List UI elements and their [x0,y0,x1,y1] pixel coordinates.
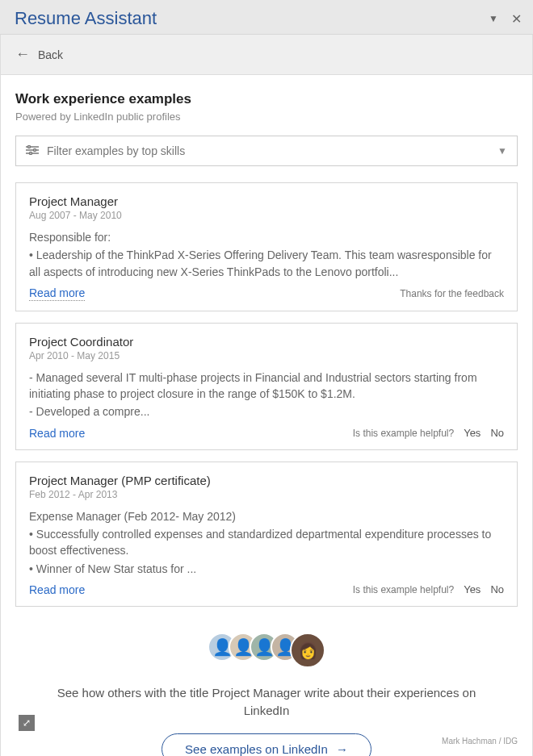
promo-text: See how others with the title Project Ma… [48,684,485,720]
feedback-text: Is this example helpful? [353,428,454,439]
example-title: Project Manager (PMP certificate) [29,474,504,487]
section-subtitle: Powered by LinkedIn public profiles [15,111,518,123]
feedback-text: Thanks for the feedback [400,288,504,299]
feedback-no-button[interactable]: No [490,583,504,595]
example-card: Project Manager (PMP certificate) Feb 20… [15,462,518,607]
read-more-link[interactable]: Read more [29,286,85,301]
image-credit: Mark Hachman / IDG [442,737,518,746]
close-icon[interactable]: ✕ [511,11,522,27]
arrow-right-icon: → [336,742,348,756]
linkedin-button-label: See examples on LinkedIn [185,742,328,756]
example-card: Project Coordinator Apr 2010 - May 2015 … [15,323,518,450]
example-dates: Feb 2012 - Apr 2013 [29,489,504,500]
example-body: - Managed several IT multi-phase project… [29,370,504,420]
svg-point-4 [34,149,36,152]
see-examples-linkedin-button[interactable]: See examples on LinkedIn → [162,733,371,756]
read-more-link[interactable]: Read more [29,427,85,440]
avatar: 👩 [290,633,325,668]
filter-icon [26,144,39,157]
example-title: Project Coordinator [29,335,504,349]
example-body: Responsible for: • Leadership of the Thi… [29,229,504,280]
back-button[interactable]: ← Back [1,35,532,75]
back-label: Back [38,48,63,61]
example-card: Project Manager Aug 2007 - May 2010 Resp… [15,182,518,311]
filter-dropdown[interactable]: Filter examples by top skills ▼ [15,136,518,166]
section-title: Work experience examples [15,91,518,107]
example-dates: Apr 2010 - May 2015 [29,350,504,361]
chevron-down-icon: ▼ [497,145,507,157]
read-more-link[interactable]: Read more [29,583,85,596]
svg-point-5 [30,152,32,155]
feedback-text: Is this example helpful? [353,584,454,595]
feedback-yes-button[interactable]: Yes [464,583,481,595]
svg-point-3 [28,146,31,148]
expand-icon[interactable]: ⤢ [19,715,35,731]
example-dates: Aug 2007 - May 2010 [29,210,504,221]
panel-title: Resume Assistant [15,8,157,29]
panel-menu-chevron-icon[interactable]: ▼ [489,13,498,24]
feedback-yes-button[interactable]: Yes [464,427,481,439]
avatar-stack: 👤 👤 👤 👤 👩 [48,633,485,668]
feedback-no-button[interactable]: No [490,427,504,439]
back-arrow-icon: ← [15,46,30,63]
filter-placeholder: Filter examples by top skills [47,144,185,157]
example-title: Project Manager [29,194,504,208]
example-body: Expense Manager (Feb 2012- May 2012) • S… [29,508,504,577]
